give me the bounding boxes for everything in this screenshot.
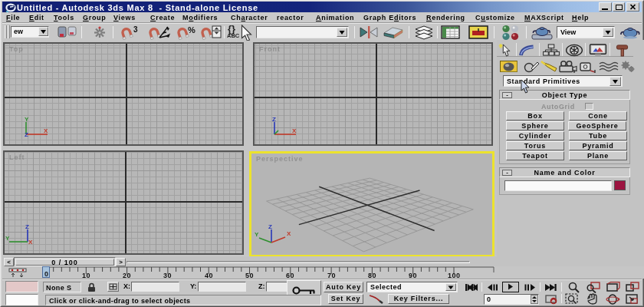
svg-text:X: X <box>28 239 33 246</box>
svg-text:X: X <box>292 127 297 134</box>
svg-text:Z: Z <box>25 223 29 230</box>
svg-text:3: 3 <box>133 25 138 34</box>
svg-text:Y: Y <box>25 116 29 123</box>
svg-text:Z: Z <box>25 131 28 137</box>
svg-text:%: % <box>188 25 196 35</box>
svg-text:X: X <box>44 127 48 134</box>
svg-text:Z: Z <box>272 116 276 123</box>
svg-text:Y: Y <box>5 235 10 242</box>
